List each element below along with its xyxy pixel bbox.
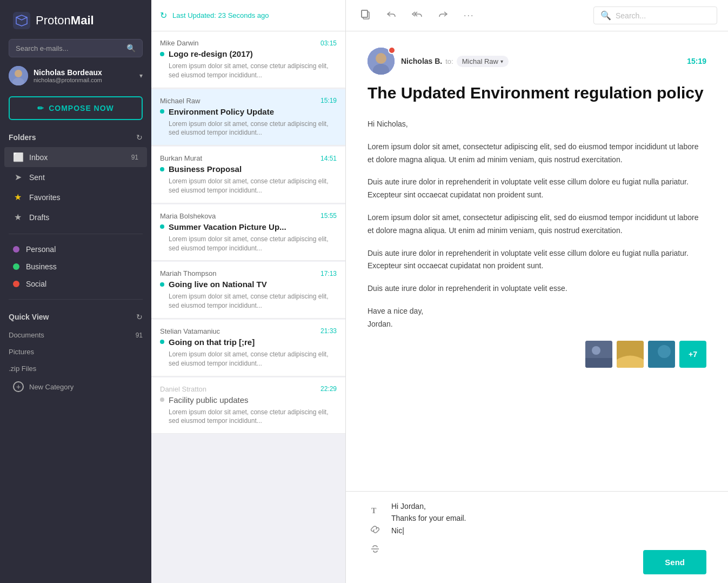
email-toolbar: ··· 🔍 (346, 0, 728, 31)
compose-button[interactable]: ✏ COMPOSE NOW (9, 96, 143, 120)
email-body: Hi Nicholas, Lorem ipsum dolor sit amet,… (368, 118, 706, 331)
reply-text[interactable]: Hi Jordan, Thanks for your email. Nic (391, 500, 706, 544)
email-item[interactable]: Michael Raw 15:19 Environment Policy Upd… (151, 89, 345, 146)
more-button[interactable]: ··· (460, 8, 477, 23)
user-name: Nicholas Bordeaux (34, 68, 102, 77)
reply-tools: T (368, 500, 383, 556)
search-toolbar-input[interactable] (616, 11, 710, 20)
email-item[interactable]: Mike Darwin 03:15 Logo re-design (2017) … (151, 31, 345, 88)
logo-text: ProtonMail (36, 14, 94, 28)
copy-button[interactable] (357, 6, 374, 24)
email-item[interactable]: Maria Bolshekova 15:55 Summer Vacation P… (151, 204, 345, 261)
last-updated-text: Last Updated: 23 Seconds ago (172, 11, 269, 19)
label-business[interactable]: Business (4, 258, 147, 275)
email-preview: Lorem ipsum dolor sit amet, conse ctetur… (160, 62, 337, 80)
greeting: Hi Nicholas, (368, 118, 706, 131)
email-time: 03:15 (320, 39, 337, 47)
svg-point-15 (658, 345, 671, 358)
forward-button[interactable] (435, 6, 452, 24)
folder-favorites[interactable]: ★ Favorites (4, 187, 147, 207)
email-time: 15:19 (320, 97, 337, 104)
unread-dot (160, 167, 164, 171)
logo: ProtonMail (0, 0, 151, 39)
refresh-quick-icon[interactable]: ↻ (136, 313, 143, 321)
unread-dot (160, 52, 164, 56)
email-time: 15:55 (320, 212, 337, 220)
user-profile[interactable]: Nicholas Bordeaux nicholas@protonmail.co… (9, 66, 143, 85)
email-timestamp: 15:19 (687, 57, 706, 65)
text-format-button[interactable]: T (368, 502, 383, 518)
sign-off: Have a nice day, Jordan. (368, 305, 706, 331)
email-item[interactable]: Mariah Thompson 17:13 Going live on Nati… (151, 262, 345, 319)
attachment-2[interactable] (617, 341, 644, 368)
folder-sent[interactable]: ➤ Sent (4, 167, 147, 187)
body-p2: Duis aute irure dolor in reprehenderit i… (368, 176, 706, 202)
folders-label: Folders (9, 133, 36, 142)
add-category-button[interactable]: + New Category (4, 377, 147, 396)
refresh-icon[interactable]: ↻ (160, 10, 167, 21)
svg-rect-0 (13, 12, 30, 29)
label-social[interactable]: Social (4, 275, 147, 293)
chevron-down-icon: ▾ (500, 58, 503, 64)
email-time: 14:51 (320, 155, 337, 162)
strikethrough-button[interactable] (368, 541, 383, 556)
drafts-icon: ★ (13, 212, 23, 222)
reply-actions: Send (391, 550, 706, 574)
attachment-3[interactable] (648, 341, 675, 368)
unread-dot (160, 398, 164, 402)
to-label: to: (445, 57, 453, 65)
folder-drafts[interactable]: ★ Drafts (4, 207, 147, 227)
email-subject: Logo re-design (2017) (169, 49, 253, 58)
search-toolbar[interactable]: 🔍 (593, 6, 717, 24)
email-view-panel: ··· 🔍 (346, 0, 728, 583)
send-button[interactable]: Send (643, 550, 706, 574)
search-bar[interactable]: 🔍 (9, 39, 143, 57)
label-personal[interactable]: Personal (4, 241, 147, 258)
folders-section-header: Folders ↻ (0, 133, 151, 147)
email-item[interactable]: Daniel Stratton 22:29 Facility public up… (151, 377, 345, 434)
inbox-icon: ⬜ (13, 152, 23, 162)
email-item[interactable]: Stelian Vatamaniuc 21:33 Going on that t… (151, 320, 345, 376)
email-sender: Michael Raw (160, 97, 200, 105)
email-item[interactable]: Burkan Murat 14:51 Business Proposal Lor… (151, 147, 345, 203)
search-toolbar-icon: 🔍 (600, 10, 611, 21)
reply-all-button[interactable] (409, 6, 426, 24)
svg-rect-5 (362, 10, 368, 17)
body-p3: Lorem ipsum dolor sit amet, consectetur … (368, 211, 706, 237)
svg-point-8 (376, 53, 386, 64)
quick-item-zip[interactable]: .zip Files (0, 360, 151, 377)
sent-icon: ➤ (13, 172, 23, 182)
user-email: nicholas@protonmail.com (34, 77, 102, 83)
refresh-folders-icon[interactable]: ↻ (136, 133, 143, 142)
email-sender: Stelian Vatamaniuc (160, 327, 220, 335)
reply-cursor: Nic (391, 526, 404, 535)
divider (9, 234, 143, 234)
email-list-header: ↻ Last Updated: 23 Seconds ago (151, 0, 345, 31)
folder-inbox[interactable]: ⬜ Inbox 91 (4, 147, 147, 167)
email-preview: Lorem ipsum dolor sit amet, conse ctetur… (160, 235, 337, 253)
quick-item-pictures[interactable]: Pictures (0, 343, 151, 360)
attachments-more-badge[interactable]: +7 (679, 341, 706, 368)
email-preview: Lorem ipsum dolor sit amet, conse ctetur… (160, 292, 337, 310)
email-subject: Environment Policy Update (169, 107, 274, 116)
email-items-list: Mike Darwin 03:15 Logo re-design (2017) … (151, 31, 345, 583)
unread-dot (160, 109, 164, 114)
quick-item-documents[interactable]: Documents 91 (0, 327, 151, 343)
body-p1: Lorem ipsum dolor sit amet, consectetur … (368, 141, 706, 167)
email-sender: Mike Darwin (160, 39, 199, 47)
to-recipient[interactable]: Michal Raw ▾ (457, 56, 509, 67)
reply-button[interactable] (383, 6, 400, 24)
quick-view-header: Quick View ↻ (0, 313, 151, 327)
search-input[interactable] (16, 44, 122, 52)
reply-content: Hi Jordan, Thanks for your email. Nic Se… (391, 500, 706, 574)
search-icon: 🔍 (126, 44, 136, 52)
email-subject-heading: The Updated Environment regulation polic… (368, 83, 706, 103)
email-meta: Nicholas B. to: Michal Raw ▾ 15:19 (368, 48, 706, 75)
from-name: Nicholas B. (401, 57, 442, 65)
attachment-1[interactable] (585, 341, 612, 368)
quick-view-label: Quick View (9, 313, 49, 321)
pencil-icon: ✏ (37, 104, 44, 112)
email-content: Nicholas B. to: Michal Raw ▾ 15:19 The U… (346, 31, 728, 491)
link-button[interactable] (368, 522, 383, 537)
unread-dot (160, 340, 164, 344)
